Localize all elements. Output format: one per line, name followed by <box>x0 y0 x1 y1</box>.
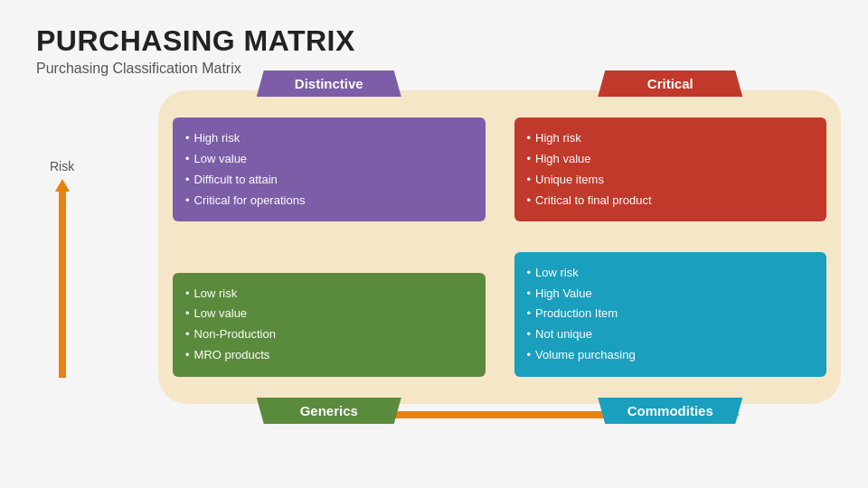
commodities-footer: Commodities <box>598 398 742 424</box>
arrow-head-up <box>55 179 70 192</box>
risk-label: Risk <box>50 159 74 174</box>
list-item: Low risk <box>527 263 815 284</box>
list-item: Critical to final product <box>527 191 815 211</box>
list-item: Low value <box>185 149 473 170</box>
critical-content: High risk High value Unique items Critic… <box>514 117 827 221</box>
quadrant-critical: Critical High risk High value Unique ite… <box>500 90 842 229</box>
list-item: High risk <box>527 128 815 149</box>
list-item: Low value <box>185 304 473 324</box>
list-item: Non-Production <box>185 324 473 345</box>
critical-header: Critical <box>598 70 742 97</box>
list-item: Unique items <box>527 170 815 191</box>
distinctive-header: Distinctive <box>257 70 401 97</box>
arrow-line-vertical <box>59 192 66 378</box>
commodities-list: Low risk High Value Production Item Not … <box>527 263 815 366</box>
distinctive-list: High risk Low value Difficult to attain … <box>185 128 473 211</box>
list-item: Low risk <box>185 284 473 305</box>
list-item: Volume purchasing <box>527 345 815 366</box>
quadrant-distinctive: Distinctive High risk Low value Difficul… <box>158 90 500 229</box>
list-item: Critical for operations <box>185 191 473 211</box>
quadrant-generics: Low risk Low value Non-Production MRO pr… <box>158 266 500 404</box>
list-item: Not unique <box>527 324 815 345</box>
page-title: PURCHASING MATRIX Purchasing Classificat… <box>36 25 832 77</box>
slide: PURCHASING MATRIX Purchasing Classificat… <box>0 0 868 488</box>
distinctive-content: High risk Low value Difficult to attain … <box>173 117 486 221</box>
quadrant-commodities: Low risk High Value Production Item Not … <box>500 245 842 404</box>
matrix-area: Distinctive High risk Low value Difficul… <box>90 90 841 438</box>
list-item: High value <box>527 149 815 170</box>
list-item: MRO products <box>185 345 473 366</box>
generics-content: Low risk Low value Non-Production MRO pr… <box>173 273 486 377</box>
commodities-content: Low risk High Value Production Item Not … <box>514 252 827 377</box>
risk-axis: Risk <box>50 98 74 438</box>
generics-list: Low risk Low value Non-Production MRO pr… <box>185 284 473 366</box>
risk-arrow-icon <box>58 179 67 378</box>
list-item: High Value <box>527 284 815 305</box>
list-item: Production Item <box>527 304 815 324</box>
generics-footer: Generics <box>257 398 401 424</box>
quadrant-grid: Distinctive High risk Low value Difficul… <box>158 90 841 404</box>
list-item: High risk <box>185 128 473 149</box>
list-item: Difficult to attain <box>185 170 473 191</box>
critical-list: High risk High value Unique items Critic… <box>527 128 815 211</box>
